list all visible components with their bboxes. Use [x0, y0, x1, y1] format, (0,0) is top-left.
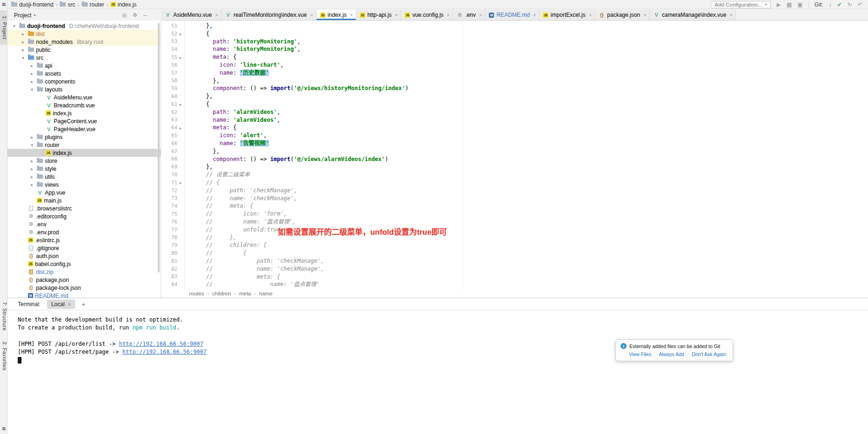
code-line[interactable]: },: [186, 92, 409, 100]
code-line[interactable]: // {: [186, 249, 409, 257]
tree-row[interactable]: ▸public: [7, 46, 161, 54]
editor-breadcrumb-item[interactable]: name: [259, 291, 273, 296]
gutter-line[interactable]: 60: [161, 92, 184, 100]
tree-row[interactable]: {}auth.json: [7, 252, 161, 260]
gutter-line[interactable]: 66: [161, 140, 184, 147]
chevron-down-icon[interactable]: ▾: [29, 87, 35, 92]
chevron-right-icon[interactable]: ▸: [20, 32, 26, 36]
code-line[interactable]: },: [186, 147, 409, 155]
code-line[interactable]: path: 'historyMonitoring',: [186, 38, 409, 46]
notification-action[interactable]: Always Add: [659, 351, 684, 357]
run-icon[interactable]: ▶: [776, 1, 781, 8]
gutter-line[interactable]: 64: [161, 124, 184, 132]
gutter-line[interactable]: 55: [161, 53, 184, 61]
tool-window-icon[interactable]: ▦: [1, 1, 7, 7]
close-icon[interactable]: ×: [730, 12, 733, 18]
code-line[interactable]: // name: '盘点管理': [186, 280, 409, 288]
tree-row[interactable]: VApp.vue: [7, 189, 161, 196]
close-icon[interactable]: ×: [215, 12, 218, 18]
terminal-tab-local[interactable]: Local ×: [47, 300, 75, 309]
code-line[interactable]: icon: 'alert',: [186, 132, 409, 140]
gutter-line[interactable]: 57: [161, 69, 184, 77]
gutter-line[interactable]: 59: [161, 84, 184, 92]
breadcrumb-item[interactable]: duoji-frontend: [11, 1, 53, 8]
tree-row[interactable]: {}package.json: [7, 276, 161, 284]
code-line[interactable]: {: [186, 30, 409, 38]
editor-breadcrumb-item[interactable]: meta: [239, 291, 251, 296]
gutter-line[interactable]: 73: [161, 195, 184, 203]
tree-row[interactable]: ▸assets: [7, 70, 161, 77]
chevron-right-icon[interactable]: ▸: [29, 71, 35, 76]
editor-tab[interactable]: JSindex.js×: [317, 10, 356, 20]
tool-button-project[interactable]: 1: Project: [0, 10, 7, 45]
gutter-line[interactable]: 65: [161, 132, 184, 140]
tree-row[interactable]: .gitignore: [7, 244, 161, 252]
breadcrumb-item[interactable]: src: [60, 1, 75, 8]
code-line[interactable]: component: () => import('@/views/history…: [186, 84, 409, 92]
close-icon[interactable]: ×: [395, 12, 398, 18]
close-icon[interactable]: ×: [447, 12, 450, 18]
gutter-line[interactable]: 82: [161, 265, 184, 273]
hide-panel-icon[interactable]: ─: [143, 13, 147, 18]
chevron-right-icon[interactable]: ▸: [29, 63, 35, 68]
history-icon[interactable]: ↻: [847, 1, 852, 8]
tree-row[interactable]: ▸dist: [7, 30, 161, 38]
tree-row[interactable]: {}package-lock.json: [7, 284, 161, 292]
scrollbar[interactable]: [158, 23, 160, 273]
gutter-line[interactable]: 72: [161, 187, 184, 195]
tree-row[interactable]: JSbabel.config.js: [7, 260, 161, 268]
tree-row[interactable]: VAsideMenu.vue: [7, 93, 161, 101]
gutter-line[interactable]: 67: [161, 147, 184, 155]
code-line[interactable]: // path: 'checkManage',: [186, 187, 409, 195]
gutter-line[interactable]: 75: [161, 210, 184, 218]
code-line[interactable]: {: [186, 100, 409, 108]
tree-row[interactable]: JSmain.js: [7, 196, 161, 204]
project-view-selector[interactable]: Project ▾: [14, 12, 35, 19]
editor-tab[interactable]: {}package.json×: [595, 10, 649, 20]
gutter-line[interactable]: 84: [161, 280, 184, 288]
chevron-down-icon[interactable]: ▾: [11, 24, 17, 28]
tool-button-structure[interactable]: 7: Structure: [0, 297, 7, 336]
chevron-right-icon[interactable]: ▸: [29, 159, 35, 163]
tree-row[interactable]: VBreadcrumb.vue: [7, 101, 161, 109]
breadcrumb-item[interactable]: router: [82, 1, 104, 8]
editor-tab[interactable]: MREADME.md×: [485, 10, 539, 20]
gutter-line[interactable]: 69: [161, 163, 184, 171]
editor-breadcrumb-item[interactable]: routes: [189, 291, 204, 296]
tree-row[interactable]: ▾src: [7, 54, 161, 62]
tree-row[interactable]: ▸plugins: [7, 133, 161, 141]
tree-row[interactable]: ▸store: [7, 157, 161, 165]
chevron-right-icon[interactable]: ▸: [20, 40, 26, 44]
gutter-line[interactable]: 51: [161, 22, 184, 30]
code-line[interactable]: // meta: {: [186, 202, 409, 210]
gutter-line[interactable]: 76: [161, 218, 184, 226]
gutter-line[interactable]: 71: [161, 179, 184, 187]
code-line[interactable]: name: '历史数据': [186, 69, 409, 77]
code-line[interactable]: },: [186, 77, 409, 85]
vcs-commit-icon[interactable]: ✔: [837, 1, 842, 8]
code-line[interactable]: // name: '盘点管理',: [186, 218, 409, 226]
chevron-down-icon[interactable]: ▾: [20, 56, 26, 60]
tree-row[interactable]: JSindex.js: [7, 109, 161, 117]
tree-row[interactable]: ▾duoji-frontendD:\zheheWeb\duoji-fronten…: [7, 22, 161, 30]
close-icon[interactable]: ×: [68, 301, 71, 307]
tree-row[interactable]: .browserslistrc: [7, 204, 161, 212]
gutter-line[interactable]: 77: [161, 226, 184, 234]
code-line[interactable]: // path: 'checkManage',: [186, 257, 409, 265]
editor-tab[interactable]: JSvue.config.js×: [401, 10, 453, 20]
close-icon[interactable]: ×: [643, 12, 646, 18]
chevron-right-icon[interactable]: ▸: [29, 167, 35, 171]
tree-row[interactable]: VPageHeader.vue: [7, 125, 161, 133]
fold-marker-icon[interactable]: [177, 101, 183, 107]
tree-row[interactable]: ▸api: [7, 62, 161, 70]
tree-row[interactable]: ⚙.env: [7, 220, 161, 228]
gutter-line[interactable]: 62: [161, 108, 184, 116]
code-line[interactable]: // 设置二级菜单: [186, 171, 409, 179]
gutter-line[interactable]: 52: [161, 30, 184, 38]
close-icon[interactable]: ×: [589, 12, 592, 18]
notification-action[interactable]: View Files: [629, 351, 651, 357]
gutter-line[interactable]: 54: [161, 45, 184, 53]
code-line[interactable]: meta: {: [186, 53, 409, 61]
code-line[interactable]: component: () => import('@/views/alarmVi…: [186, 155, 409, 163]
code-line[interactable]: // children: [: [186, 241, 409, 249]
